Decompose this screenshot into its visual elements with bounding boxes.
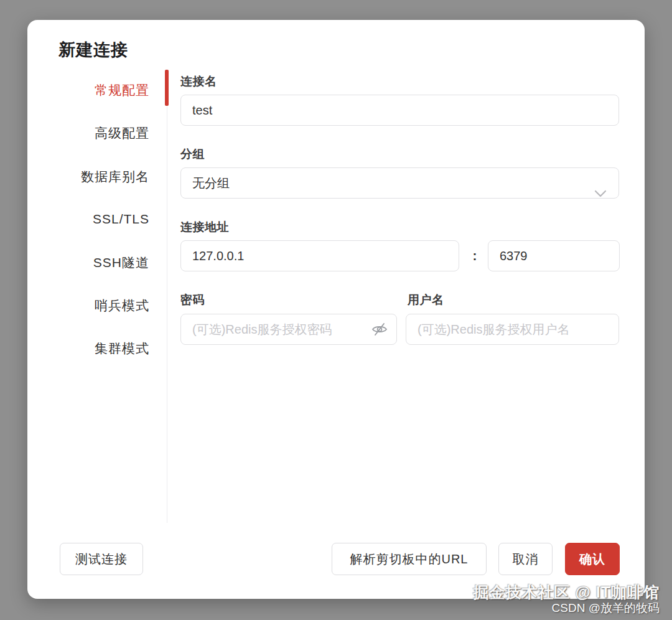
connection-name-input[interactable] — [180, 95, 619, 126]
group-label: 分组 — [180, 146, 205, 162]
group-select[interactable]: 无分组 — [180, 167, 619, 199]
username-label: 用户名 — [408, 292, 444, 308]
group-select-value: 无分组 — [192, 176, 230, 190]
username-input[interactable] — [406, 314, 619, 345]
test-connection-button[interactable]: 测试连接 — [60, 543, 143, 575]
connection-name-label: 连接名 — [180, 73, 217, 90]
address-label: 连接地址 — [180, 219, 229, 235]
host-input[interactable] — [180, 240, 459, 271]
password-input[interactable] — [180, 314, 397, 345]
tab-sentinel-mode[interactable]: 哨兵模式 — [27, 295, 149, 316]
tab-ssh-tunnel[interactable]: SSH隧道 — [27, 252, 149, 273]
chevron-down-icon — [594, 179, 607, 187]
password-label: 密码 — [180, 292, 205, 308]
dialog-title: 新建连接 — [58, 39, 128, 61]
tab-ssl-tls[interactable]: SSL/TLS — [27, 209, 149, 230]
cancel-button[interactable]: 取消 — [498, 543, 553, 575]
tab-database-alias[interactable]: 数据库别名 — [27, 166, 149, 187]
eye-off-icon[interactable] — [371, 321, 388, 337]
new-connection-dialog: 新建连接 常规配置 高级配置 数据库别名 SSL/TLS SSH隧道 哨兵模式 … — [27, 20, 645, 599]
tab-cluster-mode[interactable]: 集群模式 — [27, 338, 149, 359]
confirm-button[interactable]: 确认 — [565, 543, 620, 575]
password-field-wrap — [180, 314, 397, 345]
host-port-separator: : — [465, 240, 484, 271]
port-input[interactable] — [488, 240, 620, 271]
watermark-line2: CSDN @放羊的牧码 — [474, 602, 660, 615]
tab-advanced-config[interactable]: 高级配置 — [27, 123, 149, 144]
tab-general-config[interactable]: 常规配置 — [27, 80, 149, 101]
parse-clipboard-url-button[interactable]: 解析剪切板中的URL — [332, 543, 487, 575]
active-tab-indicator — [165, 70, 169, 106]
tab-panel-divider — [167, 70, 167, 523]
